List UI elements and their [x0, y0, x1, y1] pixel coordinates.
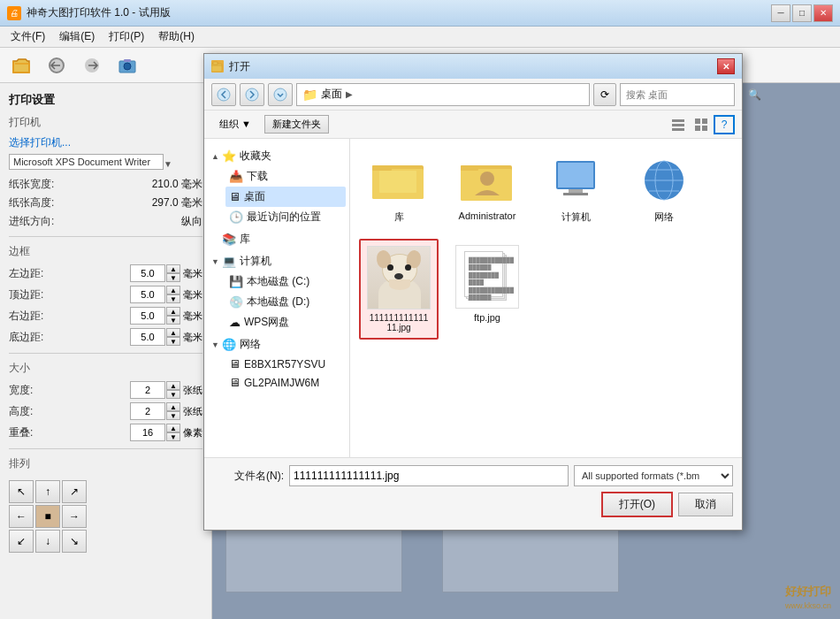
- tree-favorites-section: ▲ ⭐ 收藏夹 📥 下载 🖥 桌面: [208, 146, 346, 227]
- top-margin-up[interactable]: ▲: [166, 286, 180, 294]
- ftp-paper1: ████████████ ██████ ████████ ████ ██████…: [464, 251, 503, 297]
- menu-file[interactable]: 文件(F): [4, 27, 52, 46]
- bottom-margin-up[interactable]: ▲: [166, 328, 180, 337]
- organize-btn[interactable]: 组织 ▼: [211, 115, 259, 134]
- overlap-up[interactable]: ▲: [166, 424, 180, 432]
- dialog-bottom: 文件名(N): All supported formats (*.bm 打开(O…: [204, 457, 742, 530]
- tree-favorites-children: 📥 下载 🖥 桌面 🕒 最近访问的位置: [208, 166, 346, 227]
- maximize-button[interactable]: □: [792, 4, 812, 22]
- dialog-forward-btn[interactable]: [240, 83, 264, 106]
- tree-net1-icon: 🖥: [229, 357, 241, 371]
- bottom-margin-down[interactable]: ▼: [166, 337, 180, 346]
- path-desktop-text: 桌面: [321, 87, 342, 102]
- tree-net1[interactable]: 🖥 E8BX1R57YSVU: [225, 355, 346, 373]
- toolbar-forward-btn[interactable]: [76, 50, 108, 80]
- path-bar[interactable]: 📁 桌面 ▶: [296, 83, 590, 106]
- overlap-input[interactable]: [130, 424, 165, 441]
- toolbar-back-btn[interactable]: [41, 50, 73, 80]
- tree-downloads[interactable]: 📥 下载: [225, 166, 346, 187]
- width-down[interactable]: ▼: [166, 390, 180, 399]
- cancel-button[interactable]: 取消: [678, 493, 733, 516]
- menu-edit[interactable]: 编辑(E): [52, 27, 102, 46]
- arrow-dr-btn[interactable]: ↘: [62, 530, 87, 553]
- search-icon[interactable]: 🔍: [748, 88, 761, 101]
- dialog-close-btn[interactable]: ✕: [717, 58, 735, 74]
- tree-recent-icon: 🕒: [229, 210, 243, 224]
- file-item-dog[interactable]: 11111111111111.jpg: [359, 239, 439, 340]
- left-margin-down[interactable]: ▼: [166, 273, 180, 282]
- tree-disk-d[interactable]: 💿 本地磁盘 (D:): [225, 292, 346, 312]
- dialog-refresh-btn[interactable]: ⟳: [593, 83, 616, 106]
- tree-library[interactable]: 📚 库: [208, 229, 346, 249]
- toolbar-camera-btn[interactable]: [111, 50, 143, 80]
- arrow-right-btn[interactable]: →: [62, 505, 87, 528]
- filename-input[interactable]: [289, 465, 569, 486]
- file-item-ftp[interactable]: ████████████ ██████ ████████ ████ ██████…: [447, 239, 527, 340]
- new-folder-btn[interactable]: 新建文件夹: [264, 115, 329, 134]
- arrange-arrows: ↖ ↑ ↗ ← ■ → ↙ ↓ ↘: [9, 480, 202, 553]
- file-grid: 库 Administrator: [350, 139, 742, 457]
- printer-name-display: Microsoft XPS Document Writer: [9, 154, 164, 170]
- height-up[interactable]: ▲: [166, 402, 180, 411]
- top-margin-spinner: ▲ ▼: [130, 286, 180, 303]
- arrow-dl-btn[interactable]: ↙: [9, 530, 34, 553]
- toolbar-open-btn[interactable]: [5, 50, 37, 80]
- file-item-admin[interactable]: Administrator: [447, 148, 527, 230]
- file-folder-icon-admin: [455, 154, 519, 207]
- minimize-button[interactable]: ─: [771, 4, 790, 22]
- arrow-down-btn[interactable]: ↓: [35, 530, 60, 553]
- width-label: 宽度:: [9, 383, 130, 398]
- view-help-btn[interactable]: ?: [714, 115, 735, 134]
- tree-recent[interactable]: 🕒 最近访问的位置: [225, 207, 346, 227]
- search-input[interactable]: [626, 89, 748, 100]
- file-item-computer[interactable]: 计算机: [536, 148, 615, 230]
- arrow-ul-btn[interactable]: ↖: [9, 480, 34, 503]
- menu-help[interactable]: 帮助(H): [151, 27, 202, 46]
- dialog-dropdown-btn[interactable]: [268, 83, 293, 106]
- printer-section-label: 打印机: [9, 115, 202, 130]
- tree-library-label: 库: [240, 232, 250, 247]
- top-margin-input[interactable]: [130, 286, 165, 303]
- height-input[interactable]: [130, 402, 165, 420]
- filetype-select[interactable]: All supported formats (*.bm: [574, 465, 733, 486]
- right-margin-input[interactable]: [130, 307, 165, 325]
- overlap-down[interactable]: ▼: [166, 432, 180, 441]
- right-margin-down[interactable]: ▼: [166, 316, 180, 325]
- tree-disk-c[interactable]: 💾 本地磁盘 (C:): [225, 271, 346, 292]
- select-printer-link[interactable]: 选择打印机...: [9, 135, 71, 150]
- tree-net2[interactable]: 🖥 GL2PAIMJW6M: [225, 373, 346, 392]
- close-button[interactable]: ✕: [813, 4, 833, 22]
- arrow-center-btn[interactable]: ■: [35, 505, 60, 528]
- arrow-left-btn[interactable]: ←: [9, 505, 34, 528]
- dialog-back-btn[interactable]: [211, 83, 236, 106]
- width-input[interactable]: [130, 381, 165, 399]
- menu-print[interactable]: 打印(P): [102, 27, 151, 46]
- tree-computer[interactable]: ▼ 💻 计算机: [208, 251, 346, 271]
- printer-expand-btn[interactable]: ▼: [164, 159, 172, 169]
- tree-favorites-icon: ⭐: [222, 149, 236, 163]
- arrow-ur-btn[interactable]: ↗: [62, 480, 87, 503]
- svg-point-9: [274, 88, 286, 101]
- view-details-btn[interactable]: [668, 115, 689, 134]
- bottom-margin-input[interactable]: [130, 328, 165, 346]
- left-margin-input[interactable]: [130, 264, 165, 282]
- left-margin-up[interactable]: ▲: [166, 264, 180, 273]
- paper-width-row: 纸张宽度: 210.0 毫米: [9, 177, 202, 192]
- view-icons-btn[interactable]: [691, 115, 712, 134]
- file-item-library[interactable]: 库: [359, 148, 439, 230]
- tree-favorites[interactable]: ▲ ⭐ 收藏夹: [208, 146, 346, 166]
- tree-network[interactable]: ▼ 🌐 网络: [208, 334, 346, 355]
- dog-snout: [389, 279, 410, 290]
- open-button[interactable]: 打开(O): [601, 492, 673, 517]
- tree-wps[interactable]: ☁ WPS网盘: [225, 312, 346, 332]
- top-margin-down[interactable]: ▼: [166, 294, 180, 303]
- printer-name-row: Microsoft XPS Document Writer ▼: [9, 154, 202, 173]
- width-up[interactable]: ▲: [166, 381, 180, 390]
- right-margin-up[interactable]: ▲: [166, 307, 180, 316]
- file-item-network[interactable]: 网络: [624, 148, 704, 230]
- right-margin-spin-btns: ▲ ▼: [166, 307, 180, 325]
- height-down[interactable]: ▼: [166, 411, 180, 420]
- svg-rect-13: [695, 118, 700, 124]
- arrow-up-btn[interactable]: ↑: [35, 480, 60, 503]
- tree-desktop[interactable]: 🖥 桌面: [225, 187, 346, 207]
